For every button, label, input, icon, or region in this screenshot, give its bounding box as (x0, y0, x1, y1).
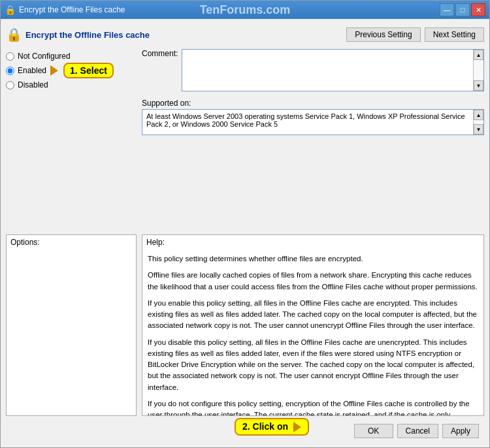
comment-scrollbar[interactable]: ▲ ▼ (473, 50, 483, 91)
radio-not-configured[interactable]: Not Configured (6, 52, 137, 61)
radio-disabled-label: Disabled (18, 80, 48, 89)
radio-disabled-input[interactable] (6, 81, 14, 89)
title-bar: 🔒 Encrypt the Offline Files cache TenFor… (1, 1, 489, 19)
click-annotation: 2. Click on (235, 418, 309, 436)
help-para-5: If you do not configure this policy sett… (148, 398, 478, 415)
minimize-button[interactable]: — (440, 3, 454, 16)
title-buttons: — □ ✕ (440, 3, 485, 16)
bottom-panels: Options: Help: This policy setting deter… (6, 234, 484, 416)
window-icon: 🔒 (5, 5, 15, 15)
help-para-4: If you disable this policy setting, all … (148, 337, 478, 393)
dialog-icon: 🔒 (6, 27, 22, 42)
dialog-header: 🔒 Encrypt the Offline Files cache Previo… (6, 24, 484, 45)
maximize-button[interactable]: □ (455, 3, 470, 16)
supported-section: Supported on: At least Windows Server 20… (142, 99, 484, 135)
options-label: Options: (7, 235, 136, 249)
main-window: 🔒 Encrypt the Offline Files cache TenFor… (0, 0, 490, 448)
comment-section: Comment: ▲ ▼ (142, 49, 484, 95)
previous-setting-button[interactable]: Previous Setting (346, 27, 420, 42)
supported-scroll-up[interactable]: ▲ (474, 110, 483, 120)
click-on-text: 2. Click on (242, 421, 288, 432)
main-panel: Not Configured Enabled 1. Select (6, 49, 484, 231)
help-content[interactable]: This policy setting determines whether o… (142, 249, 483, 415)
radio-enabled-label: Enabled (18, 66, 46, 75)
comment-scroll-down[interactable]: ▼ (474, 80, 483, 91)
comment-label: Comment: (142, 49, 178, 95)
click-arrow-icon (293, 422, 301, 432)
select-arrow-icon (50, 65, 58, 76)
help-label: Help: (142, 235, 483, 249)
supported-scrollbar[interactable]: ▲ ▼ (473, 110, 483, 135)
content-area: 🔒 Encrypt the Offline Files cache Previo… (1, 19, 489, 447)
radio-not-configured-label: Not Configured (18, 52, 71, 61)
radio-enabled-input[interactable] (6, 67, 14, 75)
right-panel: Comment: ▲ ▼ Supported on: At least Wind… (142, 49, 484, 231)
cancel-button[interactable]: Cancel (397, 424, 438, 438)
radio-enabled[interactable]: Enabled (6, 66, 46, 75)
next-setting-button[interactable]: Next Setting (425, 27, 484, 42)
enabled-row: Enabled 1. Select (6, 63, 137, 78)
options-panel: Options: (6, 234, 137, 416)
apply-button[interactable]: Apply (442, 424, 479, 438)
comment-scroll-up[interactable]: ▲ (474, 50, 483, 60)
comment-box[interactable]: ▲ ▼ (182, 49, 484, 91)
dialog-header-title: Encrypt the Offline Files cache (25, 30, 150, 40)
radio-disabled[interactable]: Disabled (6, 80, 137, 89)
supported-label: Supported on: (142, 99, 484, 108)
supported-scroll-down[interactable]: ▼ (474, 124, 483, 135)
footer: 2. Click on OK Cancel Apply (6, 420, 484, 442)
radio-not-configured-input[interactable] (6, 52, 14, 61)
help-para-1: This policy setting determines whether o… (148, 253, 478, 264)
help-para-2: Offline files are locally cached copies … (148, 270, 478, 293)
radio-group: Not Configured Enabled 1. Select (6, 49, 137, 92)
comment-scroll-thumb-area (474, 60, 483, 80)
help-panel: Help: This policy setting determines whe… (142, 234, 484, 416)
supported-box: At least Windows Server 2003 operating s… (142, 109, 484, 135)
help-para-3: If you enable this policy setting, all f… (148, 298, 478, 332)
close-button[interactable]: ✕ (471, 3, 485, 16)
ok-button[interactable]: OK (354, 424, 393, 438)
select-annotation: 1. Select (63, 63, 114, 78)
title-bar-left: 🔒 Encrypt the Offline Files cache (5, 5, 125, 15)
window-title: Encrypt the Offline Files cache (19, 5, 125, 14)
supported-text: At least Windows Server 2003 operating s… (146, 112, 465, 128)
watermark: TenForums.com (200, 3, 291, 17)
left-panel: Not Configured Enabled 1. Select (6, 49, 137, 231)
